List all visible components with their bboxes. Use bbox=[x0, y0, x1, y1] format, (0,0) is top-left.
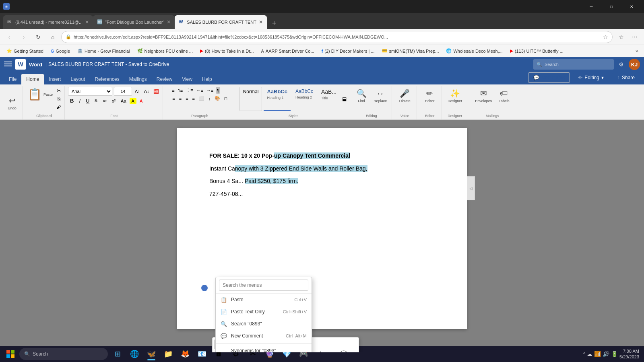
mini-new-comment-button[interactable]: 💬 New Comment bbox=[330, 350, 357, 352]
taskbar-widgets-button[interactable]: ⊞ bbox=[109, 347, 126, 361]
editor-button[interactable]: ✏ Editor bbox=[422, 87, 438, 105]
address-bar[interactable]: 🔒 https://onedrive.live.com/edit.aspx?re… bbox=[61, 31, 613, 43]
highlight-button[interactable]: A bbox=[130, 98, 136, 104]
underline-button[interactable]: U bbox=[84, 97, 91, 105]
bookmarks-more-button[interactable]: » bbox=[633, 48, 641, 54]
format-painter-button[interactable]: 🖌 bbox=[56, 103, 62, 111]
align-center-button[interactable]: ≡ bbox=[178, 95, 183, 102]
taskbar-cortana-button[interactable]: 🌐 bbox=[126, 347, 142, 361]
tray-cloud-icon[interactable]: ☁ bbox=[587, 351, 592, 357]
context-menu-search-input[interactable] bbox=[219, 280, 308, 291]
font-size-input[interactable] bbox=[114, 87, 132, 96]
taskbar-datetime[interactable]: 7:08 AM 5/29/2023 bbox=[619, 348, 639, 360]
font-family-selector[interactable]: Arial bbox=[68, 87, 112, 96]
multilevel-list-button[interactable]: ⋮≡ bbox=[185, 87, 194, 94]
mini-styles-button[interactable]: Aa Styles bbox=[316, 350, 329, 352]
ctx-item-paste[interactable]: 📋 Paste Ctrl+V bbox=[216, 294, 312, 306]
share-button[interactable]: ↑ Share bbox=[612, 72, 640, 83]
tab-view[interactable]: View bbox=[177, 74, 197, 84]
ctx-item-synonyms[interactable]: Synonyms for "0893" bbox=[216, 345, 312, 352]
comments-button[interactable]: 💬 Comments bbox=[528, 72, 570, 83]
tab-review[interactable]: Review bbox=[152, 74, 177, 84]
tab-help[interactable]: Help bbox=[197, 74, 217, 84]
paste-button[interactable]: 📋 Paste bbox=[26, 87, 54, 102]
taskbar-search-bar[interactable]: 🔍 Search bbox=[19, 348, 108, 360]
tray-show-hidden-icon[interactable]: ^ bbox=[583, 352, 585, 356]
decrease-font-button[interactable]: A↓ bbox=[143, 88, 151, 95]
labels-button[interactable]: 🏷 Labels bbox=[496, 87, 512, 105]
tab-word-close[interactable]: ✕ bbox=[259, 19, 263, 25]
ctx-item-search[interactable]: 🔍 Search "0893" bbox=[216, 318, 312, 330]
reload-button[interactable]: ↻ bbox=[32, 31, 44, 43]
line-spacing-button[interactable]: ↕ bbox=[207, 95, 213, 102]
tab-gmail[interactable]: ✉ (9,441 unread) - memere0211@... ✕ bbox=[3, 15, 93, 29]
italic-button[interactable]: I bbox=[77, 97, 83, 105]
bookmark-grow[interactable]: 🏦 Home - Grow Financial bbox=[74, 47, 133, 56]
style-normal[interactable]: Normal bbox=[239, 87, 262, 111]
designer-button[interactable]: ✨ Designer bbox=[445, 87, 464, 105]
bookmark-how-to[interactable]: ▶ (8) How to Take In a Dr... bbox=[197, 47, 257, 56]
tab-references[interactable]: References bbox=[90, 74, 124, 84]
style-title[interactable]: AaB...Title bbox=[318, 87, 340, 111]
tab-home[interactable]: Home bbox=[21, 74, 44, 84]
increase-indent-button[interactable]: →≡ bbox=[205, 87, 215, 94]
numbering-button[interactable]: 1≡ bbox=[177, 87, 184, 94]
change-case-button[interactable]: Aa bbox=[119, 98, 128, 104]
styles-more-button[interactable]: ⬓ bbox=[341, 87, 347, 111]
undo-button[interactable]: ↩ Undo bbox=[4, 94, 20, 112]
envelopes-button[interactable]: ✉ Envelopes bbox=[473, 87, 494, 105]
taskbar-firefox-button[interactable]: 🦊 bbox=[177, 347, 193, 361]
borders-button[interactable]: □ bbox=[223, 95, 229, 102]
tab-layout[interactable]: Layout bbox=[66, 74, 90, 84]
star-icon[interactable]: ☆ bbox=[603, 34, 608, 40]
tab-mailings[interactable]: Mailings bbox=[124, 74, 152, 84]
maximize-button[interactable]: □ bbox=[602, 0, 621, 13]
favorites-button[interactable]: ☆ bbox=[615, 31, 627, 43]
tray-battery-icon[interactable]: 🔋 bbox=[611, 351, 618, 357]
settings-icon[interactable]: ⚙ bbox=[617, 60, 625, 69]
clear-format-button[interactable]: 🆎 bbox=[152, 88, 160, 95]
bookmark-uitc[interactable]: ▶ (113) UITC™ Butterfly ... bbox=[507, 47, 567, 56]
minimize-button[interactable]: ─ bbox=[582, 0, 601, 13]
tray-volume-icon[interactable]: 🔊 bbox=[603, 351, 609, 357]
taskbar-edge-button[interactable]: 🦋 bbox=[143, 347, 159, 361]
style-heading2[interactable]: AaBbCcHeading 2 bbox=[292, 87, 316, 111]
close-button[interactable]: ✕ bbox=[622, 0, 641, 13]
strikethrough-button[interactable]: S̶ bbox=[93, 97, 99, 104]
paragraph-indicator[interactable] bbox=[201, 285, 208, 291]
user-avatar[interactable]: KJ bbox=[629, 59, 640, 70]
ctx-item-new-comment[interactable]: 💬 New Comment Ctrl+Alt+M bbox=[216, 330, 312, 342]
bold-button[interactable]: B bbox=[68, 97, 76, 105]
dictate-button[interactable]: 🎤 Dictate bbox=[397, 87, 413, 105]
align-right-button[interactable]: ≡ bbox=[184, 95, 190, 102]
copy-button[interactable]: ⎘ bbox=[56, 95, 62, 103]
forward-button[interactable]: › bbox=[18, 31, 30, 43]
bookmark-getting-started[interactable]: ⭐ Getting Started bbox=[3, 47, 47, 56]
bookmark-google[interactable]: G Google bbox=[47, 47, 73, 56]
bookmark-smione[interactable]: 💳 smiONE(TM) Visa Prep... bbox=[379, 47, 442, 56]
taskbar-explorer-button[interactable]: 📁 bbox=[160, 347, 176, 361]
word-search-button[interactable]: 🔍 Search bbox=[533, 59, 614, 70]
subscript-button[interactable]: x₂ bbox=[101, 97, 109, 104]
start-button[interactable] bbox=[2, 347, 19, 361]
tab-font[interactable]: 🔤 "Font Dialogue Box Launcher" ✕ bbox=[93, 15, 175, 29]
align-left-button[interactable]: ≡ bbox=[171, 95, 176, 102]
bookmark-neighbors[interactable]: 🌿 Neighbors FCU online ... bbox=[134, 47, 196, 56]
tab-word[interactable]: W SALES BLURB FOR CRAFT TENT ✕ bbox=[175, 15, 267, 29]
home-button[interactable]: ⌂ bbox=[47, 31, 59, 43]
bookmark-wholesale[interactable]: 🌐 Wholesale Deco Mesh,... bbox=[443, 47, 506, 56]
show-formatting-button[interactable]: ¶ bbox=[216, 87, 221, 94]
shading-button[interactable]: 🎨 bbox=[213, 95, 222, 102]
tab-gmail-close[interactable]: ✕ bbox=[85, 19, 89, 25]
tab-insert[interactable]: Insert bbox=[44, 74, 66, 84]
margin-tab[interactable]: ◁ bbox=[467, 176, 475, 200]
taskbar-email-button[interactable]: 📧 bbox=[194, 347, 210, 361]
back-button[interactable]: ‹ bbox=[3, 31, 15, 43]
editing-button[interactable]: ✏ Editing ▾ bbox=[573, 72, 609, 83]
style-heading1[interactable]: AaBbCcHeading 1 bbox=[264, 87, 291, 111]
find-button[interactable]: 🔍 Find bbox=[353, 87, 369, 105]
tab-file[interactable]: File bbox=[4, 74, 21, 84]
settings-button[interactable]: ⋯ bbox=[629, 31, 641, 43]
bookmark-diy[interactable]: f (2) DIY Decor Makers | ... bbox=[318, 47, 378, 56]
bookmark-aarp[interactable]: A AARP Smart Driver Co... bbox=[258, 47, 317, 56]
